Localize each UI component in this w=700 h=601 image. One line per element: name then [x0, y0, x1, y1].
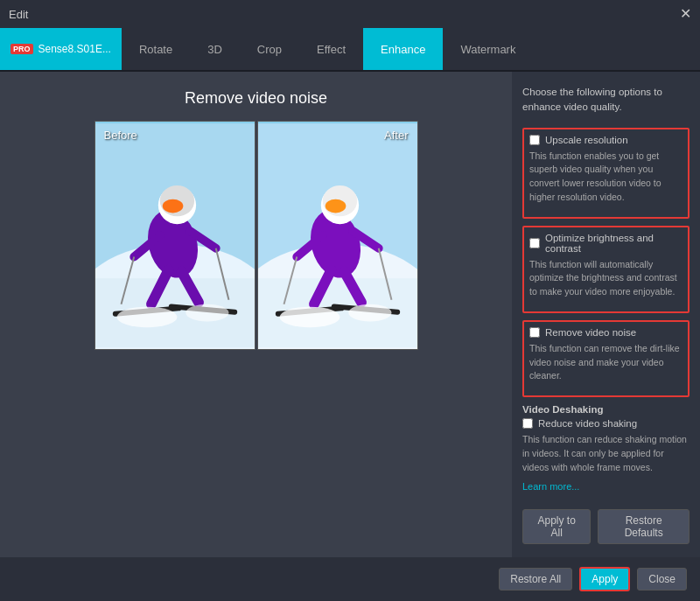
learn-more-link[interactable]: Learn more... — [522, 481, 690, 492]
svg-point-23 — [325, 199, 346, 213]
before-label: Before — [104, 129, 137, 142]
noise-checkbox[interactable] — [529, 327, 540, 338]
svg-point-6 — [162, 199, 183, 213]
svg-point-33 — [348, 304, 391, 322]
close-button[interactable]: Close — [637, 568, 687, 591]
upscale-checkbox[interactable] — [529, 135, 540, 145]
deshaking-label[interactable]: Reduce video shaking — [538, 418, 637, 429]
before-image — [95, 122, 255, 349]
content-area: Remove video noise Before — [0, 72, 700, 557]
right-panel: Choose the following options to enhance … — [512, 72, 700, 557]
noise-description: This function can remove the dirt-like v… — [529, 342, 682, 383]
tab-effect[interactable]: Effect — [299, 28, 363, 70]
noise-option-group: Remove video noise This function can rem… — [522, 320, 690, 397]
feature-title: Remove video noise — [185, 89, 327, 108]
brightness-option-group: Optimize brightness and contrast This fu… — [522, 226, 690, 313]
tab-rotate[interactable]: Rotate — [122, 28, 190, 70]
file-type-icon: PRO — [10, 44, 33, 54]
noise-label[interactable]: Remove video noise — [545, 327, 636, 338]
bottom-bar: Restore All Apply Close — [0, 557, 700, 601]
tab-3d[interactable]: 3D — [190, 28, 240, 70]
upscale-description: This function enables you to get superb … — [529, 150, 682, 205]
deshaking-section: Video Deshaking Reduce video shaking Thi… — [522, 404, 690, 492]
brightness-label[interactable]: Optimize brightness and contrast — [545, 233, 682, 254]
title-bar: Edit ✕ — [0, 0, 700, 28]
svg-point-15 — [116, 307, 177, 328]
left-panel: Remove video noise Before — [0, 72, 512, 557]
before-after-container: Before — [94, 121, 418, 350]
deshaking-checkbox[interactable] — [522, 418, 533, 429]
brightness-checkbox[interactable] — [529, 238, 540, 248]
file-tab[interactable]: PRO Sense8.S01E... — [0, 28, 122, 70]
deshaking-checkbox-row: Reduce video shaking — [522, 418, 690, 429]
svg-point-16 — [186, 304, 228, 322]
restore-all-button[interactable]: Restore All — [499, 568, 572, 591]
brightness-description: This function will automatically optimiz… — [529, 258, 682, 299]
deshaking-title: Video Deshaking — [522, 404, 690, 415]
svg-point-32 — [279, 307, 340, 328]
right-panel-actions: Apply to All Restore Defaults — [522, 500, 690, 544]
edit-window: Edit ✕ PRO Sense8.S01E... Rotate 3D Crop… — [0, 0, 700, 601]
panel-description: Choose the following options to enhance … — [522, 85, 690, 115]
upscale-label[interactable]: Upscale resolution — [545, 135, 628, 145]
tab-watermark[interactable]: Watermark — [443, 28, 533, 70]
window-close-button[interactable]: ✕ — [680, 7, 691, 21]
restore-defaults-button[interactable]: Restore Defaults — [598, 509, 690, 544]
brightness-checkbox-row: Optimize brightness and contrast — [529, 233, 682, 254]
deshaking-description: This function can reduce shaking motion … — [522, 433, 690, 474]
tab-crop[interactable]: Crop — [240, 28, 299, 70]
after-image — [258, 122, 417, 349]
tab-bar: PRO Sense8.S01E... Rotate 3D Crop Effect… — [0, 28, 700, 72]
window-title: Edit — [9, 8, 28, 21]
apply-button[interactable]: Apply — [579, 567, 630, 591]
tab-enhance[interactable]: Enhance — [363, 28, 443, 70]
apply-to-all-button[interactable]: Apply to All — [522, 509, 591, 544]
after-label: After — [384, 129, 408, 142]
noise-checkbox-row: Remove video noise — [529, 327, 682, 338]
before-panel: Before — [94, 121, 256, 350]
upscale-option-group: Upscale resolution This function enables… — [522, 128, 690, 219]
after-panel: After — [257, 121, 418, 350]
file-tab-label: Sense8.S01E... — [38, 43, 111, 55]
upscale-checkbox-row: Upscale resolution — [529, 135, 682, 145]
